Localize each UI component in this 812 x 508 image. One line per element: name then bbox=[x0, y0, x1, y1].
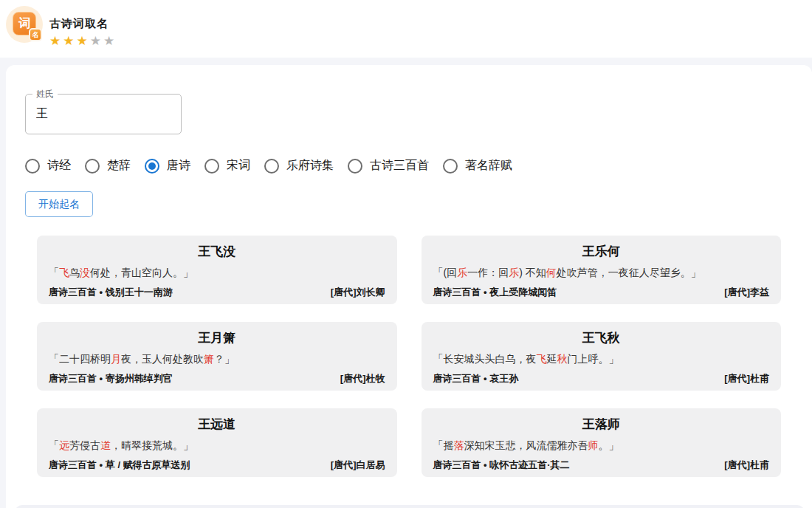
category-radio-label: 唐诗 bbox=[167, 158, 190, 174]
poem-source: 唐诗三百首 • 寄扬州韩绰判官 bbox=[49, 372, 173, 385]
star-icon[interactable]: ★ bbox=[63, 34, 76, 48]
app-logo-icon: 词 名 bbox=[6, 6, 43, 43]
radio-dot-icon bbox=[268, 162, 275, 170]
radio-icon bbox=[145, 159, 159, 174]
radio-icon bbox=[204, 159, 219, 174]
category-radio[interactable]: 著名辞赋 bbox=[443, 158, 512, 174]
generated-name: 王落师 bbox=[433, 416, 770, 433]
poem-source: 唐诗三百首 • 草 / 赋得古原草送别 bbox=[49, 459, 190, 472]
next-section-partial bbox=[15, 505, 805, 508]
generated-name: 王飞秋 bbox=[433, 329, 770, 347]
radio-dot-icon bbox=[208, 162, 216, 170]
poem-author: [唐代]李益 bbox=[724, 286, 769, 299]
category-radio-label: 诗经 bbox=[47, 158, 71, 174]
surname-input[interactable] bbox=[26, 95, 181, 134]
result-card: 王乐何 「(回乐一作：回乐) 不知何处吹芦管，一夜征人尽望乡。」 唐诗三百首 •… bbox=[422, 236, 782, 304]
results-grid: 王飞没 「飞鸟没何处，青山空向人。」 唐诗三百首 • 饯别王十一南游 [唐代]刘… bbox=[37, 236, 781, 477]
header-text: 古诗词取名 ★★★★★ bbox=[49, 6, 117, 47]
category-radio-label: 著名辞赋 bbox=[465, 158, 512, 174]
star-icon[interactable]: ★ bbox=[49, 34, 63, 48]
result-card: 王飞秋 「长安城头头白乌，夜飞延秋门上呼。」 唐诗三百首 • 哀王孙 [唐代]杜… bbox=[422, 322, 782, 391]
category-radio[interactable]: 宋词 bbox=[204, 158, 250, 174]
poem-quote: 「远芳侵古道，晴翠接荒城。」 bbox=[49, 439, 385, 452]
card-footer: 唐诗三百首 • 哀王孙 [唐代]杜甫 bbox=[433, 372, 770, 385]
generated-name: 王月箫 bbox=[49, 329, 385, 347]
card-footer: 唐诗三百首 • 饯别王十一南游 [唐代]刘长卿 bbox=[49, 286, 385, 299]
poem-quote: 「长安城头头白乌，夜飞延秋门上呼。」 bbox=[433, 352, 770, 365]
category-radio[interactable]: 诗经 bbox=[25, 158, 71, 174]
generated-name: 王飞没 bbox=[49, 243, 385, 261]
radio-dot-icon bbox=[447, 162, 454, 170]
radio-dot-icon bbox=[148, 162, 156, 170]
poem-source: 唐诗三百首 • 咏怀古迹五首·其二 bbox=[433, 459, 570, 472]
category-radio-label: 楚辞 bbox=[107, 158, 131, 174]
radio-dot-icon bbox=[89, 162, 96, 170]
star-icon[interactable]: ★ bbox=[90, 34, 103, 48]
radio-icon bbox=[264, 159, 279, 174]
main-panel: 姓氏 诗经 楚辞 唐诗 宋词 乐府诗集 古诗三百 bbox=[6, 65, 812, 508]
poem-author: [唐代]刘长卿 bbox=[331, 286, 385, 299]
poem-author: [唐代]白居易 bbox=[331, 459, 385, 472]
start-naming-button[interactable]: 开始起名 bbox=[25, 191, 93, 217]
poem-quote: 「(回乐一作：回乐) 不知何处吹芦管，一夜征人尽望乡。」 bbox=[433, 266, 770, 279]
card-footer: 唐诗三百首 • 夜上受降城闻笛 [唐代]李益 bbox=[433, 286, 770, 299]
category-radio[interactable]: 古诗三百首 bbox=[348, 158, 429, 174]
poem-author: [唐代]杜牧 bbox=[340, 372, 385, 385]
card-footer: 唐诗三百首 • 咏怀古迹五首·其二 [唐代]杜甫 bbox=[433, 459, 770, 472]
radio-icon bbox=[348, 159, 362, 174]
surname-field: 姓氏 bbox=[25, 94, 182, 134]
category-radio-label: 古诗三百首 bbox=[370, 158, 429, 174]
radio-icon bbox=[443, 159, 458, 174]
star-icon[interactable]: ★ bbox=[77, 34, 90, 48]
poem-quote: 「二十四桥明月夜，玉人何处教吹箫？」 bbox=[49, 352, 385, 365]
result-card: 王落师 「摇落深知宋玉悲，风流儒雅亦吾师。」 唐诗三百首 • 咏怀古迹五首·其二… bbox=[422, 408, 782, 477]
category-radio[interactable]: 唐诗 bbox=[145, 158, 190, 174]
poem-quote: 「摇落深知宋玉悲，风流儒雅亦吾师。」 bbox=[433, 439, 770, 452]
poem-quote: 「飞鸟没何处，青山空向人。」 bbox=[49, 266, 385, 279]
app-title: 古诗词取名 bbox=[49, 17, 117, 31]
poem-source: 唐诗三百首 • 饯别王十一南游 bbox=[49, 286, 173, 299]
result-card: 王远道 「远芳侵古道，晴翠接荒城。」 唐诗三百首 • 草 / 赋得古原草送别 [… bbox=[37, 408, 397, 477]
result-card: 王月箫 「二十四桥明月夜，玉人何处教吹箫？」 唐诗三百首 • 寄扬州韩绰判官 [… bbox=[37, 322, 397, 391]
card-footer: 唐诗三百首 • 寄扬州韩绰判官 [唐代]杜牧 bbox=[49, 372, 385, 385]
rating-stars[interactable]: ★★★★★ bbox=[49, 35, 117, 47]
category-radio-label: 宋词 bbox=[227, 158, 250, 174]
poem-author: [唐代]杜甫 bbox=[724, 372, 769, 385]
card-footer: 唐诗三百首 • 草 / 赋得古原草送别 [唐代]白居易 bbox=[49, 459, 385, 472]
result-card: 王飞没 「飞鸟没何处，青山空向人。」 唐诗三百首 • 饯别王十一南游 [唐代]刘… bbox=[37, 236, 397, 304]
radio-dot-icon bbox=[351, 162, 359, 170]
category-radio-label: 乐府诗集 bbox=[286, 158, 334, 174]
radio-icon bbox=[85, 159, 100, 174]
poem-author: [唐代]杜甫 bbox=[724, 459, 769, 472]
surname-field-label: 姓氏 bbox=[32, 88, 58, 100]
generated-name: 王乐何 bbox=[433, 243, 770, 261]
category-radio[interactable]: 楚辞 bbox=[85, 158, 131, 174]
category-radio-group: 诗经 楚辞 唐诗 宋词 乐府诗集 古诗三百首 著名辞赋 bbox=[25, 158, 793, 174]
generated-name: 王远道 bbox=[49, 416, 385, 433]
radio-icon bbox=[25, 159, 40, 174]
radio-dot-icon bbox=[29, 162, 36, 170]
logo-badge-glyph: 名 bbox=[29, 28, 42, 41]
poem-source: 唐诗三百首 • 夜上受降城闻笛 bbox=[433, 286, 557, 299]
app-header: 词 名 古诗词取名 ★★★★★ bbox=[0, 0, 812, 58]
category-radio[interactable]: 乐府诗集 bbox=[264, 158, 334, 174]
star-icon[interactable]: ★ bbox=[103, 34, 117, 48]
poem-source: 唐诗三百首 • 哀王孙 bbox=[433, 372, 519, 385]
